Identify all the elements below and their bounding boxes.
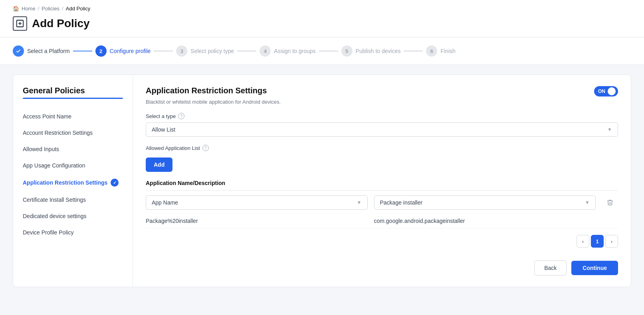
page-title-icon <box>13 16 27 31</box>
step-3-circle: 3 <box>176 45 187 57</box>
sidebar-item-application-restriction-settings[interactable]: Application Restriction Settings ✓ <box>23 174 123 192</box>
page-title: Add Policy <box>13 15 631 31</box>
breadcrumb-current: Add Policy <box>66 6 90 12</box>
step-4-circle: 4 <box>260 45 271 57</box>
continue-button[interactable]: Continue <box>571 261 618 275</box>
pagination-prev-button[interactable]: ‹ <box>577 235 589 248</box>
sidebar-item-access-point-name[interactable]: Access Point Name <box>23 108 123 125</box>
package-installer-arrow-icon: ▼ <box>585 200 590 205</box>
step-1[interactable]: Select a Platform <box>13 45 70 57</box>
content-header: Application Restriction Settings ON <box>146 86 618 96</box>
select-type-label: Select a type ? <box>146 113 618 119</box>
content-subtitle: Blacklist or whitelist mobile applicatio… <box>146 99 618 105</box>
delete-row-button[interactable] <box>602 199 618 206</box>
step-1-label: Select a Platform <box>27 48 70 54</box>
pagination-next-button[interactable]: › <box>605 235 618 248</box>
select-type-arrow-icon: ▼ <box>607 127 612 132</box>
step-5[interactable]: 5 Publish to devices <box>341 45 401 57</box>
sidebar-item-app-usage-configuration[interactable]: App Usage Configuration <box>23 158 123 174</box>
allowed-app-help-icon[interactable]: ? <box>202 145 209 151</box>
step-connector-3-4 <box>237 51 256 51</box>
package-installer-dropdown[interactable]: Package installer ▼ <box>374 195 596 210</box>
step-3-label: Select policy type <box>190 48 234 54</box>
app-name-dropdown[interactable]: App Name ▼ <box>146 195 368 210</box>
content-area: Application Restriction Settings ON Blac… <box>133 75 631 287</box>
step-connector-2-3 <box>154 51 173 51</box>
app-name-arrow-icon: ▼ <box>357 200 362 205</box>
step-4-label: Assign to groups <box>274 48 315 54</box>
table-header: Application Name/Description <box>146 180 618 191</box>
step-1-circle <box>13 45 24 57</box>
active-check-icon: ✓ <box>111 179 119 187</box>
select-type-help-icon[interactable]: ? <box>178 113 184 119</box>
sidebar-divider <box>23 98 123 99</box>
content-title: Application Restriction Settings <box>146 86 267 95</box>
data-row-col1: Package%20installer <box>146 218 368 224</box>
step-5-circle: 5 <box>341 45 353 57</box>
sidebar: General Policies Access Point Name Accou… <box>13 75 133 287</box>
home-icon: 🏠 <box>13 6 19 12</box>
stepper: Select a Platform 2 Configure profile 3 … <box>0 37 644 65</box>
step-4[interactable]: 4 Assign to groups <box>260 45 315 57</box>
data-row-col2: com.google.android.packageinstaller <box>374 218 596 224</box>
table-header-label: Application Name/Description <box>146 180 368 186</box>
step-6[interactable]: 6 Finish <box>426 45 455 57</box>
sidebar-item-certificate-install-settings[interactable]: Certificate Install Settings <box>23 192 123 208</box>
sidebar-item-dedicated-device-settings[interactable]: Dedicated device settings <box>23 208 123 224</box>
breadcrumb-home[interactable]: Home <box>22 6 36 12</box>
step-connector-5-6 <box>404 51 423 51</box>
add-button[interactable]: Add <box>146 158 172 172</box>
breadcrumb-policies[interactable]: Policies <box>42 6 59 12</box>
step-2[interactable]: 2 Configure profile <box>95 45 151 57</box>
step-connector-1-2 <box>73 51 92 51</box>
sidebar-item-account-restriction-settings[interactable]: Account Restriction Settings <box>23 125 123 141</box>
step-connector-4-5 <box>319 51 338 51</box>
pagination-page-1-button[interactable]: 1 <box>591 235 604 248</box>
sidebar-item-device-profile-policy[interactable]: Device Profile Policy <box>23 224 123 241</box>
sidebar-title: General Policies <box>23 86 123 95</box>
footer-actions: Back Continue <box>146 251 618 276</box>
step-6-circle: 6 <box>426 45 437 57</box>
table-row-inputs: App Name ▼ Package installer ▼ <box>146 195 618 210</box>
step-5-label: Publish to devices <box>356 48 401 54</box>
toggle-container: ON <box>594 86 618 96</box>
table-data-row: Package%20installer com.google.android.p… <box>146 214 618 228</box>
back-button[interactable]: Back <box>534 260 567 276</box>
step-6-label: Finish <box>440 48 455 54</box>
step-2-label: Configure profile <box>110 48 151 54</box>
allowed-app-list-label: Allowed Application List ? <box>146 145 618 151</box>
sidebar-item-allowed-inputs[interactable]: Allowed Inputs <box>23 141 123 158</box>
breadcrumb: 🏠 Home / Policies / Add Policy <box>13 0 631 15</box>
step-3[interactable]: 3 Select policy type <box>176 45 234 57</box>
step-2-circle: 2 <box>95 45 107 57</box>
on-off-toggle[interactable]: ON <box>594 86 618 96</box>
allowed-app-section: Allowed Application List ? <box>146 145 618 151</box>
select-type-dropdown[interactable]: Allow List ▼ <box>146 122 618 137</box>
pagination: ‹ 1 › <box>146 235 618 248</box>
toggle-label: ON <box>598 89 605 94</box>
toggle-knob <box>608 87 616 95</box>
